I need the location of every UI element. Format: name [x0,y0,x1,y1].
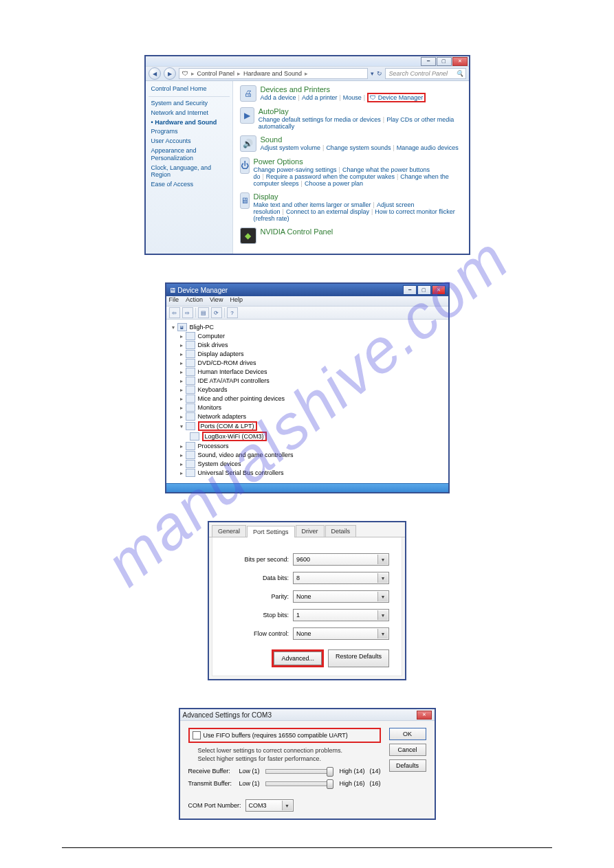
transmit-buffer-slider[interactable] [265,781,333,786]
tree-node[interactable]: ▸Sound, video and game controllers [179,451,444,459]
sidebar-item[interactable]: Ease of Access [151,181,227,188]
sidebar-item[interactable]: Network and Internet [151,109,227,117]
breadcrumb-item[interactable]: Control Panel [197,70,235,77]
expand-icon[interactable]: ▸ [179,333,185,340]
bps-combo[interactable]: 9600▼ [293,553,389,566]
tab[interactable]: Port Settings [247,526,295,537]
breadcrumb[interactable]: 🛡 ▸ Control Panel ▸ Hardware and Sound ▸ [179,68,368,79]
sidebar-item[interactable]: System and Security [151,100,227,107]
expand-icon[interactable]: ▸ [179,387,185,393]
tree-root[interactable]: ▾🖥 Bligh-PC [171,323,444,331]
minimize-button[interactable]: ━ [421,57,436,66]
slider-thumb[interactable] [327,767,333,777]
back-icon[interactable]: ◀ [149,67,161,80]
slider-thumb[interactable] [327,779,333,789]
expand-icon[interactable]: ▸ [179,360,185,366]
tree-node[interactable]: ▸Processors [179,442,444,450]
ok-button[interactable]: OK [389,728,426,740]
com-port-combo[interactable]: COM3▼ [245,799,294,812]
close-button[interactable]: ✕ [417,711,432,720]
menu-item[interactable]: File [169,296,179,306]
tab[interactable]: Driver [296,525,325,537]
expand-icon[interactable]: ▸ [179,470,185,476]
expand-icon[interactable]: ▸ [179,342,185,348]
category-link[interactable]: Connect to an external display [286,208,369,215]
search-input[interactable]: Search Control Panel 🔍 [385,68,466,79]
category-title[interactable]: Power Options [254,157,462,166]
sidebar-item[interactable]: • Hardware and Sound [151,119,227,126]
category-link[interactable]: Mouse [343,94,362,101]
tree-node[interactable]: ▸DVD/CD-ROM drives [179,359,444,367]
forward-icon[interactable]: ⇨ [182,307,193,318]
receive-buffer-slider[interactable] [265,769,333,774]
category-link[interactable]: Add a printer [302,94,338,101]
category-link[interactable]: Choose a power plan [305,180,363,187]
tree-node[interactable]: ▸Keyboards [179,386,444,394]
back-icon[interactable]: ⇦ [169,307,180,318]
maximize-button[interactable]: ▢ [437,57,452,66]
category-title[interactable]: NVIDIA Control Panel [261,227,333,236]
tree-child-node[interactable]: LogBox-WiFi (COM3) [190,432,444,441]
search-go-icon[interactable]: 🔍 [456,70,463,77]
sidebar-item[interactable]: Appearance and Personalization [151,147,227,162]
forward-icon[interactable]: ▶ [164,67,176,80]
tab[interactable]: General [212,525,246,537]
tree-node[interactable]: ▸IDE ATA/ATAPI controllers [179,377,444,385]
category-link[interactable]: Add a device [261,94,296,101]
category-title[interactable]: Sound [261,135,459,144]
tab[interactable]: Details [325,525,357,537]
nav-home[interactable]: Control Panel Home [151,85,227,92]
tree-node[interactable]: ▸Computer [179,332,444,340]
close-button[interactable]: ✕ [452,57,468,66]
expand-icon[interactable]: ▸ [179,351,185,357]
tree-node[interactable]: ▸Human Interface Devices [179,368,444,376]
stopbits-combo[interactable]: 1▼ [293,609,389,621]
close-button[interactable]: ✕ [432,285,446,295]
tree-node[interactable]: ▸Network adapters [179,412,444,421]
tree-node[interactable]: ▸Monitors [179,403,444,412]
sidebar-item[interactable]: User Accounts [151,137,227,145]
category-title[interactable]: Display [254,192,462,201]
restore-defaults-button[interactable]: Restore Defaults [328,649,389,667]
cancel-button[interactable]: Cancel [389,744,426,756]
menu-item[interactable]: View [210,296,223,306]
sidebar-item[interactable]: Clock, Language, and Region [151,164,227,179]
device-manager-link[interactable]: Device Manager [378,94,424,101]
tree-node[interactable]: ▾Ports (COM & LPT) [179,421,444,431]
fifo-checkbox[interactable] [193,731,201,739]
collapse-icon[interactable]: ▾ [179,423,185,430]
maximize-button[interactable]: ▢ [417,285,431,295]
category-link[interactable]: Require a password when the computer wak… [266,173,395,180]
expand-icon[interactable]: ▸ [179,414,185,420]
category-link[interactable]: Change system sounds [326,144,391,151]
expand-icon[interactable]: ▸ [179,369,185,375]
expand-icon[interactable]: ▸ [179,461,185,467]
scan-icon[interactable]: ⟳ [211,307,222,318]
parity-combo[interactable]: None▼ [293,590,389,603]
menu-item[interactable]: Action [186,296,203,306]
tree-node[interactable]: ▸System devices [179,460,444,468]
category-title[interactable]: AutoPlay [259,107,462,115]
breadcrumb-item[interactable]: Hardware and Sound [243,70,302,77]
help-icon[interactable]: ? [227,307,238,318]
databits-combo[interactable]: 8▼ [293,572,389,584]
expand-icon[interactable]: ▸ [179,443,185,449]
expand-icon[interactable]: ▸ [179,405,185,411]
properties-icon[interactable]: ▤ [198,307,209,318]
category-link[interactable]: Change power-saving settings [254,166,337,173]
expand-icon[interactable]: ▸ [179,378,185,384]
category-link[interactable]: Change default settings for media or dev… [259,116,381,123]
flow-combo[interactable]: None▼ [293,627,389,640]
expand-icon[interactable]: ▸ [179,396,185,402]
advanced-button[interactable]: Advanced... [274,652,322,665]
tree-node[interactable]: ▸Display adapters [179,350,444,358]
category-link[interactable]: Make text and other items larger or smal… [254,201,371,208]
category-link[interactable]: Manage audio devices [397,144,459,151]
tree-node[interactable]: ▸Mice and other pointing devices [179,394,444,403]
minimize-button[interactable]: ━ [403,285,417,295]
defaults-button[interactable]: Defaults [389,759,426,772]
expand-icon[interactable]: ▸ [179,452,185,458]
tree-node[interactable]: ▸Universal Serial Bus controllers [179,469,444,477]
menu-item[interactable]: Help [230,296,243,306]
sidebar-item[interactable]: Programs [151,128,227,135]
